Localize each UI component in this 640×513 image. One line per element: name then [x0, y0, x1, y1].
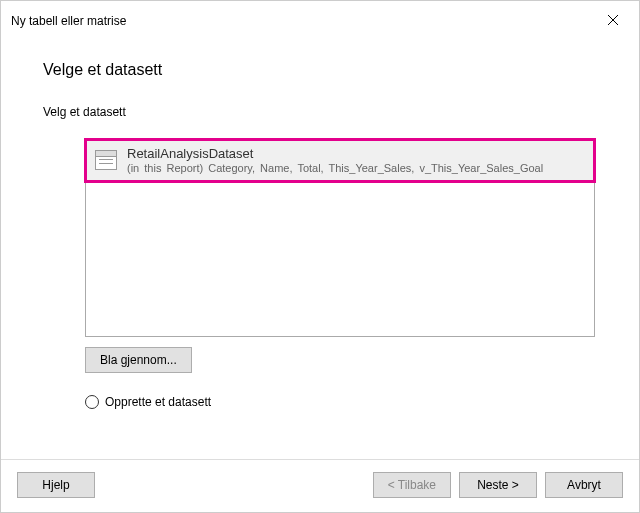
back-button: < Tilbake	[373, 472, 451, 498]
footer-right: < Tilbake Neste > Avbryt	[373, 472, 623, 498]
window-title: Ny tabell eller matrise	[11, 14, 126, 28]
titlebar: Ny tabell eller matrise	[1, 1, 639, 41]
footer: Hjelp < Tilbake Neste > Avbryt	[1, 459, 639, 512]
dataset-listbox[interactable]: RetailAnalysisDataset (in this Report) C…	[85, 139, 595, 337]
dataset-item[interactable]: RetailAnalysisDataset (in this Report) C…	[84, 138, 596, 183]
dialog-window: Ny tabell eller matrise Velge et dataset…	[0, 0, 640, 513]
section-label: Velg et datasett	[43, 105, 609, 119]
close-button[interactable]	[597, 9, 629, 33]
radio-icon[interactable]	[85, 395, 99, 409]
page-title: Velge et datasett	[43, 61, 609, 79]
help-button[interactable]: Hjelp	[17, 472, 95, 498]
browse-button[interactable]: Bla gjennom...	[85, 347, 192, 373]
cancel-button[interactable]: Avbryt	[545, 472, 623, 498]
dataset-text: RetailAnalysisDataset (in this Report) C…	[127, 146, 543, 174]
dataset-detail: (in this Report) Category, Name, Total, …	[127, 162, 543, 174]
create-dataset-radio[interactable]: Opprette et datasett	[85, 395, 609, 409]
dataset-name: RetailAnalysisDataset	[127, 146, 543, 161]
content-area: Velge et datasett Velg et datasett Retai…	[1, 41, 639, 459]
table-icon	[95, 150, 117, 170]
close-icon	[608, 14, 618, 28]
next-button[interactable]: Neste >	[459, 472, 537, 498]
radio-label: Opprette et datasett	[105, 395, 211, 409]
